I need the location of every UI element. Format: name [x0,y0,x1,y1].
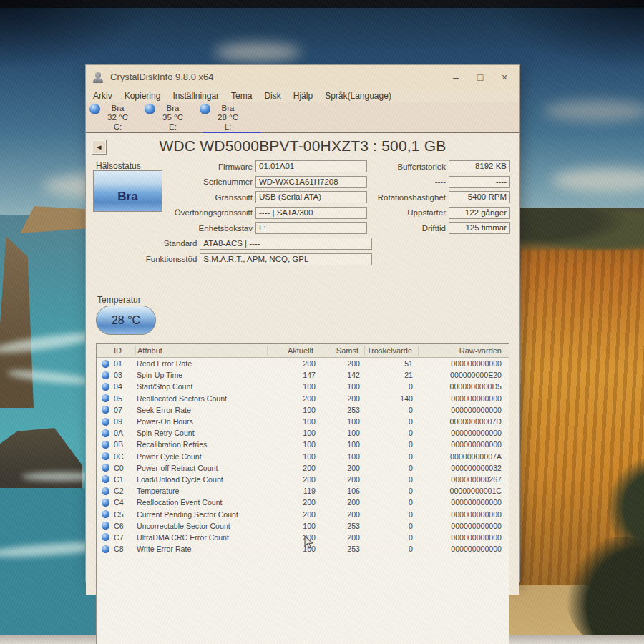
minimize-button[interactable]: – [444,68,468,87]
health-dot-icon [102,487,109,495]
health-dot-icon [102,360,109,368]
window-title: CrystalDiskInfo 9.8.0 x64 [110,72,444,82]
tab-drive-letter: E: [145,122,200,132]
cell-id: 03 [114,371,135,379]
previous-drive-button[interactable]: ◄ [92,140,107,155]
cell-id: 05 [114,394,135,403]
cell-raw: 00000000001C [419,487,509,495]
cell-attribute: Spin-Up Time [135,371,270,379]
menu-item[interactable]: Språk(Language) [325,91,391,101]
health-dot-icon [102,522,109,530]
close-button[interactable]: × [492,68,517,87]
cell-id: 07 [114,406,135,414]
cell-attribute: Power Cycle Count [135,452,270,461]
cell-raw: 000000000000 [419,533,509,542]
cell-id: C0 [114,464,135,472]
cell-attribute: Reallocated Sectors Count [135,394,270,403]
cell-id: C7 [114,533,135,542]
temperature-button[interactable]: 28 °C [96,306,156,335]
table-row[interactable]: 0C Power Cycle Count 100 100 0 000000000… [97,451,509,462]
health-sphere-icon [200,104,210,114]
menu-item[interactable]: Arkiv [93,91,112,101]
menu-item[interactable]: Disk [264,91,280,101]
table-row[interactable]: C5 Current Pending Sector Count 200 200 … [97,508,509,519]
cell-id: C2 [114,487,135,495]
cell-current: 200 [270,359,323,368]
menu-item[interactable]: Inställningar [172,91,219,101]
drive-model-title: WDC WD5000BPVT-00HXZT3 : 500,1 GB [107,137,498,155]
tab-temperature: 28 °C [200,113,255,122]
table-row[interactable]: 05 Reallocated Sectors Count 200 200 140… [97,393,509,404]
titlebar[interactable]: CrystalDiskInfo 9.8.0 x64 – □ × [86,65,519,89]
table-row[interactable]: 01 Read Error Rate 200 200 51 0000000000… [97,358,509,369]
table-row[interactable]: C8 Write Error Rate 100 253 0 0000000000… [97,543,509,555]
health-dot-icon [102,406,109,414]
cell-attribute: Read Error Rate [135,359,270,368]
table-row[interactable]: 07 Seek Error Rate 100 253 0 00000000000… [97,404,509,416]
spec-value-field: 125 timmar [449,222,510,234]
spec-fields-left: Firmware 01.01A01 Serienummer WD-WXC1A61… [86,160,372,268]
cell-threshold: 0 [366,452,419,461]
menu-item[interactable]: Tema [231,91,252,101]
cell-threshold: 0 [366,440,419,449]
menu-item[interactable]: Kopiering [125,91,161,101]
cell-attribute: Load/Unload Cycle Count [135,475,270,484]
monitor-bezel-top [0,0,644,8]
spec-value-field: 5400 RPM [449,191,510,203]
spec-row: Drifttid 125 timmar [372,222,515,234]
cell-current: 200 [270,510,323,519]
health-dot-icon [102,464,109,472]
table-row[interactable]: 09 Power-On Hours 100 100 0 00000000007D [97,416,509,427]
main-panel: ◄ WDC WD5000BPVT-00HXZT3 : 500,1 GB Häls… [86,133,519,595]
drive-tab[interactable]: Bra 32 °C C: [90,102,145,132]
cell-raw: 00000000007A [419,452,509,461]
cell-raw: 000000000000 [419,522,509,530]
cell-raw: 000000000032 [419,464,509,472]
cell-worst: 100 [323,417,366,426]
cell-id: C8 [114,545,135,553]
table-row[interactable]: 0A Spin Retry Count 100 100 0 0000000000… [97,427,509,439]
tab-drive-letter: L: [200,122,255,132]
table-row[interactable]: C7 UltraDMA CRC Error Count 200 200 0 00… [97,532,509,543]
table-row[interactable]: C2 Temperature 119 106 0 00000000001C [97,485,509,497]
tab-temperature: 35 °C [145,113,200,122]
cell-raw: 000000000000 [419,406,509,414]
table-row[interactable]: C6 Uncorrectable Sector Count 100 253 0 … [97,520,509,532]
table-row[interactable]: 0B Recalibration Retries 100 100 0 00000… [97,439,509,450]
spec-fields-right: Buffertstorlek 8192 KB ---- ---- Rotatio… [372,160,515,238]
cell-raw: 0000000000D5 [419,382,509,391]
table-row[interactable]: C4 Reallocation Event Count 200 200 0 00… [97,497,509,508]
cell-worst: 253 [323,522,366,530]
cell-raw: 000000000000 [419,394,509,403]
cell-current: 200 [270,498,323,507]
cell-current: 200 [270,464,323,472]
spec-label: ---- [372,177,449,186]
health-dot-icon [102,418,109,426]
maximize-button[interactable]: □ [468,68,492,87]
table-row[interactable]: C0 Power-off Retract Count 200 200 0 000… [97,462,509,474]
header-worst: Sämst [321,346,364,356]
menu-item[interactable]: Hjälp [293,91,313,101]
spec-row: Rotationshastighet 5400 RPM [372,191,515,203]
cell-raw: 00000000007D [419,417,509,426]
drive-tab[interactable]: Bra 35 °C E: [145,102,200,132]
spec-label: Uppstarter [372,208,449,217]
cell-worst: 100 [323,452,366,461]
drive-tabstrip: Bra 32 °C C: Bra 35 °C E: Bra 28 °C L: [86,102,519,133]
table-row[interactable]: 04 Start/Stop Count 100 100 0 0000000000… [97,381,509,392]
cell-worst: 200 [323,394,366,403]
table-body: 01 Read Error Rate 200 200 51 0000000000… [97,358,509,555]
table-row[interactable]: C1 Load/Unload Cycle Count 200 200 0 000… [97,474,509,485]
health-dot-icon [102,499,109,507]
spec-label: Serienummer [86,177,255,186]
spec-row: Uppstarter 122 gånger [372,207,515,219]
drive-tab[interactable]: Bra 28 °C L: [200,102,255,132]
row-status-cell [97,383,114,391]
cell-id: 01 [114,359,135,368]
table-row[interactable]: 03 Spin-Up Time 147 142 21 000000000E20 [97,369,509,381]
cell-attribute: Spin Retry Count [135,429,270,437]
row-status-cell [97,371,114,379]
row-status-cell [97,394,114,402]
cell-threshold: 0 [366,533,419,542]
cell-worst: 200 [323,498,366,507]
